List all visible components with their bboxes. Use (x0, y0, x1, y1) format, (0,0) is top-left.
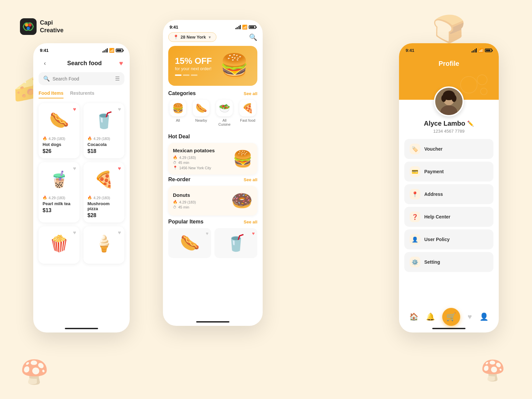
signal-icon-2 (235, 25, 241, 29)
status-bar-3: 9:41 📶 (399, 43, 499, 56)
category-all-icon: 🍔 (170, 100, 186, 116)
home-indicator-2 (196, 321, 229, 323)
popular-heart-1[interactable]: ♥ (206, 231, 208, 236)
search-icon-2[interactable]: 🔍 (249, 33, 257, 41)
popular-grid: ♥ 🌭 ♥ 🥤 (163, 228, 263, 258)
category-all[interactable]: 🍔 All (170, 100, 186, 126)
promo-dots (175, 74, 251, 76)
promo-discount: 15% OFF (175, 56, 251, 66)
hot-deal-title: Hot Deal (168, 134, 190, 140)
hot-deal-section: Hot Deal Mexican potatoes 🔥 4.29 (183) ⏱… (163, 134, 263, 175)
policy-label: User Policy (424, 237, 450, 242)
svg-point-6 (480, 88, 487, 95)
cart-fab-button[interactable]: 🛒 (442, 308, 460, 326)
cola-name: Cocacola (87, 142, 120, 147)
menu-item-voucher[interactable]: 🏷️ Voucher (404, 139, 493, 159)
hotdog-name: Hot dogs (43, 142, 75, 147)
filter-icon[interactable]: ☰ (115, 75, 120, 82)
profile-name: Alyce Lambo ✏️ (406, 120, 492, 127)
reorder-section: Re-order See all Donuts 🔥 4.29 (183) ⏱ 4… (163, 177, 263, 215)
category-cuisine[interactable]: 🥗 AllCuisine (216, 100, 233, 126)
home-nav-icon[interactable]: 🏠 (409, 313, 418, 321)
time-2: 9:41 (170, 25, 178, 30)
fire-icon: 🔥 (43, 136, 47, 141)
fire-icon-3: 🔥 (43, 196, 47, 200)
cola-rating: 🔥 4.29 (183) (87, 136, 120, 141)
brand-logo: Capi Creative (20, 18, 64, 35)
dot-3 (191, 74, 198, 76)
favorite-button[interactable]: ♥ (119, 60, 123, 67)
pin-icon: 📍 (173, 35, 179, 40)
menu-item-payment[interactable]: 💳 Payment (404, 162, 493, 182)
status-icons-2: 📶 (235, 25, 256, 30)
food-card-milktea: ♥ 🧋 🔥 4.29 (183) Pearl milk tea $13 (39, 162, 79, 222)
status-icons-1: 📶 (102, 48, 123, 53)
pizza-name: Mushroom pizza (87, 201, 120, 211)
reorder-name-1: Donuts (173, 192, 196, 198)
search-input[interactable] (53, 76, 112, 81)
pizza-heart[interactable]: ♥ (118, 166, 121, 172)
reorder-see-all[interactable]: See all (244, 177, 257, 182)
back-button[interactable]: ‹ (40, 58, 50, 68)
popular-see-all[interactable]: See all (244, 219, 257, 224)
search-bar[interactable]: 🔍 ☰ (39, 72, 124, 85)
home-indicator-1 (65, 328, 98, 329)
deco-bread: 🍞 (432, 13, 466, 45)
popcorn-heart[interactable]: ♥ (73, 230, 76, 236)
menu-item-policy[interactable]: 👤 User Policy (404, 229, 493, 249)
phone-search: 9:41 📶 ‹ Search food ♥ 🔍 ☰ Food Items Re… (33, 43, 130, 332)
location-pill[interactable]: 📍 28 New York ▼ (168, 32, 216, 42)
cola-heart[interactable]: ♥ (118, 106, 121, 112)
categories-title: Categories (168, 90, 196, 96)
svg-point-1 (25, 23, 28, 27)
signal-icon-1 (102, 49, 108, 53)
food-card-hotdog: ♥ 🌭 🔥 4.29 (183) Hot dogs $26 (39, 103, 79, 158)
svg-point-11 (441, 95, 446, 102)
menu-item-help[interactable]: ❓ Help Center (404, 207, 493, 227)
category-nearby[interactable]: 🌭 Nearby (193, 100, 209, 126)
popular-section: Popular Items See all ♥ 🌭 ♥ 🥤 (163, 219, 263, 258)
logo-icon (20, 18, 37, 35)
profile-phone-number: 1234 4567 7789 (406, 129, 492, 134)
deal-address-1: 📍 1456 New York City (173, 166, 215, 170)
popular-heart-2[interactable]: ♥ (252, 231, 255, 236)
profile-nav-icon[interactable]: 👤 (479, 313, 488, 321)
deal-name-1: Mexican potatoes (173, 148, 215, 153)
menu-item-address[interactable]: 📍 Address (404, 184, 493, 204)
tab-food-items[interactable]: Food Items (39, 90, 64, 98)
hotdog-rating: 🔥 4.29 (183) (43, 136, 75, 141)
fire-reorder-icon: 🔥 (173, 200, 178, 204)
deco-mushroom-right: 🍄 (480, 359, 505, 382)
wifi-icon-1: 📶 (109, 48, 114, 53)
category-nearby-icon: 🌭 (193, 100, 209, 116)
location-text: 28 New York (181, 35, 206, 40)
popular-image-2: 🥤 (226, 234, 246, 252)
popular-card-hotdog[interactable]: ♥ 🌭 (168, 228, 211, 258)
edit-icon[interactable]: ✏️ (467, 120, 474, 127)
menu-item-setting[interactable]: ⚙️ Setting (404, 252, 493, 272)
hot-deal-card-1[interactable]: Mexican potatoes 🔥 4.29 (183) ⏱ 45 min 📍… (168, 143, 257, 175)
hotdog-price: $26 (43, 148, 75, 154)
milktea-heart[interactable]: ♥ (73, 166, 76, 172)
svg-point-12 (452, 95, 457, 102)
popular-card-cola[interactable]: ♥ 🥤 (214, 228, 257, 258)
reorder-image-1: 🍩 (231, 191, 253, 211)
time-1: 9:41 (40, 48, 49, 53)
tab-restaurants[interactable]: Resturents (70, 90, 94, 98)
reorder-card-1[interactable]: Donuts 🔥 4.29 (183) ⏱ 45 min 🍩 (168, 186, 257, 215)
location-bar: 📍 28 New York ▼ 🔍 (163, 32, 263, 46)
category-fastfood[interactable]: 🍕 Fast food (239, 100, 256, 126)
voucher-icon: 🏷️ (410, 144, 420, 154)
heart-nav-icon[interactable]: ♥ (467, 313, 472, 321)
deco-mushroom-left: 🍄 (20, 358, 49, 386)
categories-see-all[interactable]: See all (244, 91, 257, 96)
help-icon: ❓ (410, 211, 420, 222)
battery-icon-3 (485, 49, 492, 52)
profile-avatar-wrap (434, 86, 464, 116)
bell-nav-icon[interactable]: 🔔 (426, 313, 435, 321)
signal-icon-3 (471, 49, 477, 53)
svg-point-2 (28, 23, 32, 27)
icecream-heart[interactable]: ♥ (118, 230, 121, 236)
battery-icon-2 (249, 25, 256, 29)
hotdog-heart[interactable]: ♥ (73, 106, 76, 112)
